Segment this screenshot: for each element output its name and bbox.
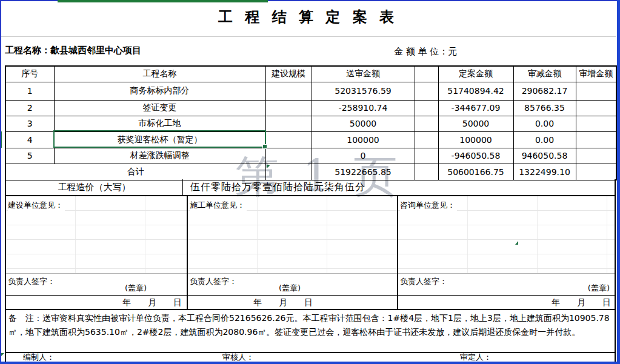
window-top-green-bar xyxy=(58,0,268,2)
cell-project-name[interactable]: 材差涨跌幅调整 xyxy=(54,148,265,164)
cell-seq[interactable]: 4 xyxy=(5,131,54,148)
cell-increased[interactable] xyxy=(576,100,616,116)
header-spacer-col[interactable] xyxy=(415,66,438,82)
sign-label: 负责人签字： xyxy=(190,276,237,287)
header-submitted[interactable]: 送审金额 xyxy=(312,66,415,82)
consultant-date-row[interactable]: 年 月 日 xyxy=(398,295,615,309)
window-right-border[interactable] xyxy=(617,0,620,364)
header-project-name[interactable]: 工程名称 xyxy=(54,66,265,82)
header-finalized[interactable]: 定案金额 xyxy=(438,66,513,82)
cell-submitted[interactable]: 52031576.59 xyxy=(312,82,415,100)
cell-submitted[interactable]: -258910.74 xyxy=(312,100,415,116)
contractor-date-row[interactable]: 年 月 日 xyxy=(188,295,397,309)
selected-cell-border[interactable] xyxy=(53,130,266,148)
window-left-border xyxy=(0,0,1,364)
cell-increased[interactable] xyxy=(576,131,616,148)
seal-label: (盖章) xyxy=(279,283,301,294)
title-separator-line xyxy=(0,36,616,37)
cell-scale[interactable] xyxy=(265,116,312,131)
sign-label: 负责人签字： xyxy=(400,276,447,287)
cell-increased[interactable] xyxy=(576,148,616,164)
cell-reduced[interactable]: 0.00 xyxy=(513,116,576,131)
total-increased-cell[interactable] xyxy=(576,164,616,180)
construction-date-row[interactable]: 年 月 日 xyxy=(6,295,187,309)
cell-seq[interactable]: 3 xyxy=(5,116,54,131)
total-label-cell[interactable]: 合计 xyxy=(5,164,265,180)
date-label: 年 月 日 xyxy=(122,297,182,308)
cell-seq[interactable]: 1 xyxy=(5,82,54,100)
construction-opinion-area[interactable]: 建设单位意见： xyxy=(6,196,187,273)
construction-opinion-box[interactable]: 建设单位意见： 负责人签字： (盖章) 年 月 日 xyxy=(5,195,187,310)
cell-submitted[interactable]: 100000 xyxy=(312,131,415,148)
signature-footer-row[interactable]: 编制人： 审核人： 审定人： xyxy=(5,353,616,362)
contractor-opinion-box[interactable]: 施工单位意见： 负责人签字： (盖章) 年 月 日 xyxy=(187,195,397,310)
cell-finalized[interactable]: 50000 xyxy=(438,116,513,131)
cell-spacer[interactable] xyxy=(415,100,438,116)
contractor-opinion-label: 施工单位意见： xyxy=(190,200,247,211)
error-indicator-icon xyxy=(267,165,270,168)
table-row: 1 商务标标内部分 52031576.59 51740894.42 290682… xyxy=(5,82,616,100)
preparer-label: 编制人： xyxy=(23,353,55,362)
table-row: 3 市标化工地 50000 50000 0.00 xyxy=(5,116,616,131)
amount-unit-label: 金 额 单 位：元 xyxy=(394,46,457,58)
cell-seq[interactable]: 5 xyxy=(5,148,54,164)
total-reduced-cell[interactable]: 1322499.10 xyxy=(513,164,576,180)
remark-label: 备 注： xyxy=(8,313,42,323)
header-scale[interactable]: 建设规模 xyxy=(265,66,312,82)
cell-reduced[interactable]: 290682.17 xyxy=(513,82,576,100)
cell-project-name[interactable]: 商务标标内部分 xyxy=(54,82,265,100)
cell-increased[interactable] xyxy=(576,116,616,131)
approver-label: 审定人： xyxy=(460,353,492,362)
cell-finalized[interactable]: 51740894.42 xyxy=(438,82,513,100)
date-label: 年 月 日 xyxy=(253,297,313,308)
cell-finalized[interactable]: -344677.09 xyxy=(438,100,513,116)
cell-finalized[interactable]: 100000 xyxy=(438,131,513,148)
cell-scale[interactable] xyxy=(265,148,312,164)
construction-sign-row[interactable]: 负责人签字： (盖章) xyxy=(6,273,187,295)
total-finalized-cell[interactable]: 50600166.75 xyxy=(438,164,513,180)
cell-submitted[interactable]: 0 xyxy=(312,148,415,164)
cell-spacer[interactable] xyxy=(415,164,438,180)
total-submitted-cell[interactable]: 51922665.85 xyxy=(312,164,415,180)
cell-scale[interactable] xyxy=(265,82,312,100)
cell-spacer[interactable] xyxy=(415,148,438,164)
cell-project-name[interactable]: 签证变更 xyxy=(54,100,265,116)
form-title: 工 程 结 算 定 案 表 xyxy=(0,7,616,27)
cell-reduced[interactable]: 0.00 xyxy=(513,131,576,148)
header-seq[interactable]: 序号 xyxy=(5,66,54,82)
seal-label: (盖章) xyxy=(125,283,147,294)
cost-in-words-value[interactable]: 伍仟零陆拾万零壹佰陆拾陆元柒角伍分 xyxy=(183,179,615,195)
sign-label: 负责人签字： xyxy=(8,276,55,287)
seal-label: (盖章) xyxy=(588,283,610,294)
cost-in-words-label[interactable]: 工程造价（大写） xyxy=(6,179,183,195)
fill-handle[interactable] xyxy=(262,144,267,149)
header-increased[interactable]: 审增金额 xyxy=(576,66,616,82)
table-header-row: 序号 工程名称 建设规模 送审金额 定案金额 审减金额 审增金额 xyxy=(5,66,616,82)
cell-spacer[interactable] xyxy=(415,82,438,100)
cell-scale[interactable] xyxy=(265,100,312,116)
cell-scale[interactable] xyxy=(265,131,312,148)
remark-section[interactable]: 备 注：送审资料真实性由被审计单位负责，本工程合同价52165626.26元。本… xyxy=(5,310,616,353)
consultant-opinion-box[interactable]: 咨询单位意见： 负责人签字： (盖章) 年 月 日 xyxy=(397,195,616,310)
cell-increased[interactable] xyxy=(576,82,616,100)
cell-reduced[interactable]: 85766.35 xyxy=(513,100,576,116)
cell-submitted[interactable]: 50000 xyxy=(312,116,415,131)
header-reduced[interactable]: 审减金额 xyxy=(513,66,576,82)
construction-opinion-label: 建设单位意见： xyxy=(8,200,65,211)
date-label: 年 月 日 xyxy=(552,297,611,308)
cell-finalized[interactable]: -946050.58 xyxy=(438,148,513,164)
project-name-label: 工程名称：歙县城西邻里中心项目 xyxy=(5,45,141,56)
cell-spacer[interactable] xyxy=(415,131,438,148)
consultant-opinion-area[interactable]: 咨询单位意见： xyxy=(398,196,615,273)
contractor-sign-row[interactable]: 负责人签字： (盖章) xyxy=(188,273,397,295)
cell-seq[interactable]: 2 xyxy=(5,100,54,116)
contractor-opinion-area[interactable]: 施工单位意见： xyxy=(188,196,397,273)
settlement-table: 序号 工程名称 建设规模 送审金额 定案金额 审减金额 审增金额 1 商务标标内… xyxy=(5,65,617,180)
cell-project-name[interactable]: 市标化工地 xyxy=(54,116,265,131)
cell-spacer[interactable] xyxy=(415,116,438,131)
window-bottom-border xyxy=(0,362,620,364)
cell-reduced[interactable]: 946050.58 xyxy=(513,148,576,164)
table-total-row: 合计 51922665.85 50600166.75 1322499.10 xyxy=(5,164,616,180)
total-scale-cell[interactable] xyxy=(265,164,312,180)
consultant-sign-row[interactable]: 负责人签字： (盖章) xyxy=(398,273,615,295)
